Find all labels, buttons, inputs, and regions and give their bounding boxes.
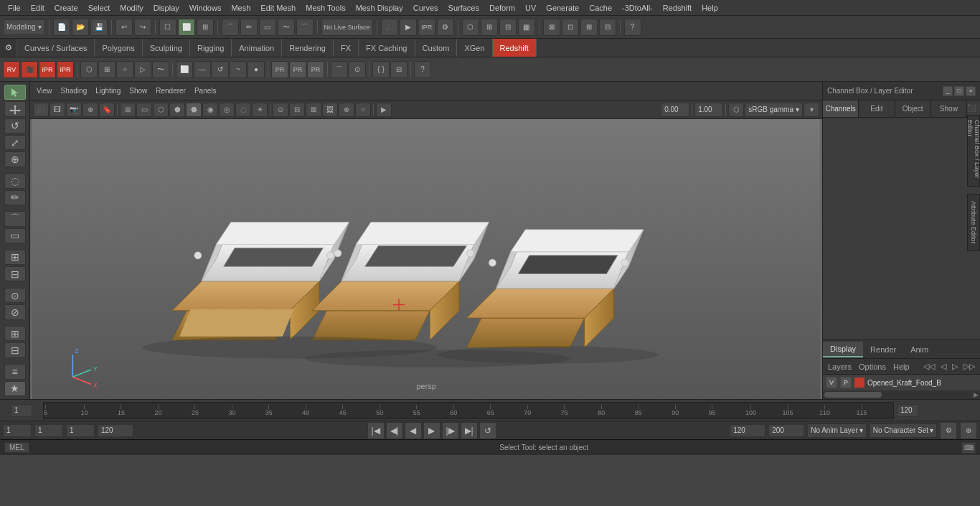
viewport-shading-menu[interactable]: Shading xyxy=(57,86,91,95)
vp-wire-icon[interactable]: ⬡ xyxy=(153,103,169,117)
paint-btn[interactable]: ✏ xyxy=(240,19,258,36)
ch-tab-edit[interactable]: Edit xyxy=(859,100,895,117)
layer-back-icon[interactable]: ◁◁ xyxy=(921,361,937,372)
rs-ipr-play[interactable]: PR xyxy=(271,61,288,78)
tab-fx-caching[interactable]: FX Caching xyxy=(359,39,415,57)
layer-menu-options[interactable]: Options xyxy=(857,362,888,372)
layer-fwd-icon[interactable]: ▷▷ xyxy=(961,361,977,372)
vp-light-icon[interactable]: ☀ xyxy=(252,103,268,117)
vp-colorspace-dropdown[interactable]: sRGB gamma ▾ xyxy=(745,103,803,117)
panel-minimize-btn[interactable]: _ xyxy=(943,86,953,96)
vp-render-icon[interactable]: ⊙ xyxy=(273,103,288,117)
rs-btn3[interactable]: IPR xyxy=(39,61,56,78)
vp-colorspace-settings[interactable]: ▾ xyxy=(804,103,819,117)
open-scene-btn[interactable]: 📂 xyxy=(72,19,89,36)
viewport-panels-menu[interactable]: Panels xyxy=(191,86,220,95)
layer-prev-icon[interactable]: ◁ xyxy=(938,361,948,372)
snap-grid-btn[interactable]: ⊞ xyxy=(197,19,214,36)
field-end-frame[interactable]: 120 xyxy=(730,424,765,437)
menu-generate[interactable]: Generate xyxy=(541,2,584,14)
menu-edit-mesh[interactable]: Edit Mesh xyxy=(255,2,301,14)
rs-options[interactable]: ⬡ xyxy=(80,61,98,78)
layer-visibility-btn[interactable]: V xyxy=(826,377,837,388)
time-end-field[interactable]: 120 xyxy=(897,404,918,417)
rs-wave[interactable]: 〜 xyxy=(152,61,169,78)
lasso-select-btn[interactable]: ⌒ xyxy=(4,211,26,226)
tab-fx[interactable]: FX xyxy=(334,39,359,57)
layout-btn[interactable]: ⊠ xyxy=(543,19,560,36)
vp-shade-icon[interactable]: ⬢ xyxy=(169,103,185,117)
step-back-btn[interactable]: ◀| xyxy=(386,422,403,439)
layout3-btn[interactable]: ⊞ xyxy=(580,19,598,36)
move-tool-btn[interactable] xyxy=(4,101,26,116)
vp-camera2-icon[interactable]: 📷 xyxy=(66,103,82,117)
field-frame-current[interactable]: 1 xyxy=(34,424,63,437)
layer-tab-render[interactable]: Render xyxy=(863,342,903,357)
render-view-btn[interactable]: ▶ xyxy=(400,19,417,36)
tab-rigging[interactable]: Rigging xyxy=(190,39,232,57)
layer-menu-help[interactable]: Help xyxy=(891,362,912,372)
rs-ipr-fw[interactable]: PR xyxy=(289,61,306,78)
group-btn[interactable]: ⊞ xyxy=(4,326,26,341)
viewport-3d[interactable]: Y Z X persp xyxy=(30,119,822,399)
layer-scroll-right[interactable]: ▶ xyxy=(974,391,979,398)
ungroup-btn[interactable]: ⊟ xyxy=(4,342,26,357)
lasso-btn[interactable]: ⌒ xyxy=(222,19,239,36)
script-language-label[interactable]: MEL xyxy=(4,442,29,453)
vp-extra2-icon[interactable]: ○ xyxy=(355,103,371,117)
new-scene-btn[interactable]: 📄 xyxy=(53,19,70,36)
menu-mesh-tools[interactable]: Mesh Tools xyxy=(301,2,350,14)
ch-tab-object[interactable]: Object xyxy=(895,100,931,117)
tab-xgen[interactable]: XGen xyxy=(457,39,492,57)
menu-uv[interactable]: UV xyxy=(520,2,541,14)
field-frame-4[interactable]: 120 xyxy=(98,424,133,437)
layer-color-swatch[interactable] xyxy=(854,378,864,388)
script-editor-icon[interactable]: ⌨ xyxy=(961,442,976,454)
vp-shade2-icon[interactable]: ⬣ xyxy=(186,103,202,117)
rs-plate[interactable]: ⊙ xyxy=(349,61,366,78)
layout4-btn[interactable]: ⊟ xyxy=(599,19,616,36)
rs-loop[interactable]: ↺ xyxy=(212,61,229,78)
bottom-icon2[interactable]: ★ xyxy=(4,381,26,396)
ch-color-icon[interactable]: ⬛ xyxy=(967,104,977,114)
menu-file[interactable]: File xyxy=(3,2,26,14)
command-input[interactable] xyxy=(29,444,500,451)
viewport-lighting-menu[interactable]: Lighting xyxy=(92,86,124,95)
ipr-btn[interactable]: IPR xyxy=(418,19,435,36)
field-total-frames[interactable]: 200 xyxy=(768,424,804,437)
current-time-field[interactable]: 1 xyxy=(11,404,32,417)
tab-curves-surfaces[interactable]: Curves / Surfaces xyxy=(17,39,95,57)
show-manip-btn[interactable]: ⊙ xyxy=(4,288,26,303)
rs-blob[interactable]: ● xyxy=(248,61,265,78)
menu-cache[interactable]: Cache xyxy=(584,2,617,14)
ch-tab-channels[interactable]: Channels xyxy=(823,100,859,117)
live-surface-btn[interactable]: No Live Surface xyxy=(321,19,373,36)
vp-snap-icon[interactable]: ⊕ xyxy=(83,103,98,117)
select-object-btn[interactable]: ⬜ xyxy=(178,19,195,36)
menu-select[interactable]: Select xyxy=(83,2,116,14)
layer-scrollbar[interactable]: ▶ xyxy=(823,390,980,399)
channel-box-side-tab[interactable]: Channel Box / Layer Editor xyxy=(967,115,980,187)
vp-shade3-icon[interactable]: ◉ xyxy=(202,103,218,117)
rs-btn1[interactable]: RV xyxy=(3,61,20,78)
field-frame-3[interactable]: 1 xyxy=(66,424,95,437)
vp-uv-icon[interactable]: ⊠ xyxy=(306,103,321,117)
rs-spiral[interactable]: ~ xyxy=(230,61,247,78)
render-settings-btn[interactable]: ⚙ xyxy=(437,19,454,36)
vp-bookmark-icon[interactable]: 🔖 xyxy=(99,103,115,117)
rs-cube[interactable]: ⬜ xyxy=(176,61,193,78)
snap-grid-btn[interactable]: ⊟ xyxy=(4,266,26,281)
redo-btn[interactable]: ↪ xyxy=(134,19,151,36)
anim-layer-dropdown[interactable]: No Anim Layer ▾ xyxy=(807,423,867,438)
time-ruler[interactable]: 5101520253035404550556065707580859095100… xyxy=(43,402,894,419)
attribute-editor-side-tab[interactable]: Attribute Editor xyxy=(967,194,980,251)
universal-manip-btn[interactable]: ⊕ xyxy=(4,151,26,167)
vp-res-icon[interactable]: ⊟ xyxy=(289,103,305,117)
tab-custom[interactable]: Custom xyxy=(415,39,458,57)
menu-surfaces[interactable]: Surfaces xyxy=(443,2,484,14)
menu-create[interactable]: Create xyxy=(50,2,83,14)
rs-btn2[interactable]: 🎥 xyxy=(21,61,38,78)
play-fwd-btn[interactable]: ▶ xyxy=(423,422,440,439)
menu-mesh-display[interactable]: Mesh Display xyxy=(351,2,408,14)
layer-playback-btn[interactable]: P xyxy=(840,377,852,388)
